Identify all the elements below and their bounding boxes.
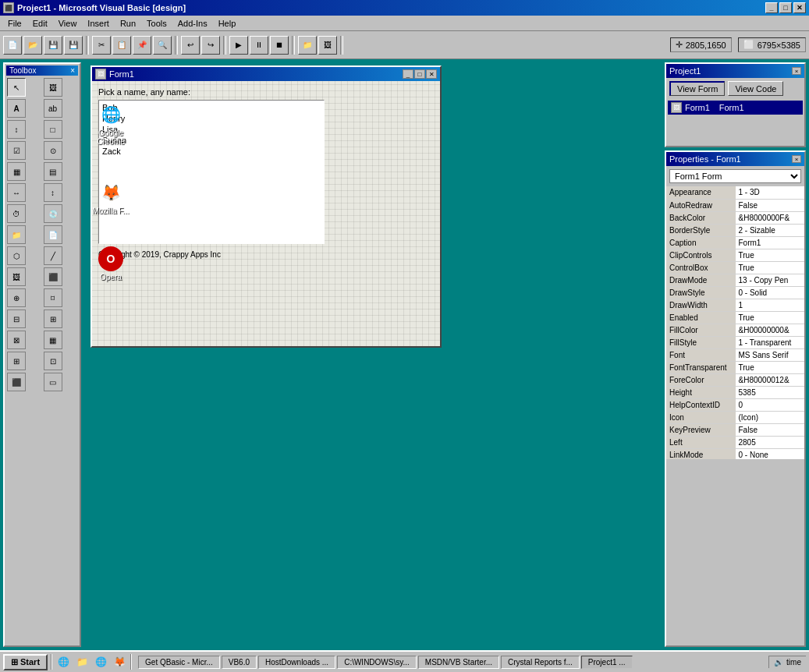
tool-extra2[interactable]: ⊟	[7, 309, 26, 328]
maximize-button[interactable]: □	[779, 2, 792, 13]
taskbar-task[interactable]: Get QBasic - Micr...	[138, 656, 220, 669]
prop-value[interactable]: (Icon)	[736, 411, 805, 423]
prop-value[interactable]: Form1	[736, 236, 805, 249]
start-button[interactable]: ⊞ Start	[3, 654, 48, 670]
property-row[interactable]: FontTransparentTrue	[666, 361, 804, 373]
taskbar-task[interactable]: MSDN/VB Starter...	[418, 656, 499, 669]
view-code-button[interactable]: View Code	[728, 81, 783, 96]
toolbar-run[interactable]: ▶	[229, 36, 248, 55]
tool-checkbox[interactable]: ☑	[7, 141, 26, 160]
property-row[interactable]: BorderStyle2 - Sizable	[666, 224, 804, 236]
tool-file[interactable]: 📄	[44, 225, 62, 244]
tool-pointer[interactable]: ↖	[7, 78, 26, 97]
prop-value[interactable]: &H8000000F&	[736, 211, 805, 224]
toolbar-cut[interactable]: ✂	[92, 36, 111, 55]
property-row[interactable]: Left2805	[666, 436, 804, 448]
menu-tools[interactable]: Tools	[142, 17, 172, 30]
taskbar-task[interactable]: HostDownloads ...	[258, 656, 335, 669]
prop-value[interactable]: MS Sans Serif	[736, 348, 805, 361]
tool-drive[interactable]: 💿	[44, 204, 62, 223]
menu-run[interactable]: Run	[115, 17, 140, 30]
property-row[interactable]: ClipControlsTrue	[666, 249, 804, 261]
property-row[interactable]: AutoRedrawFalse	[666, 199, 804, 211]
property-row[interactable]: ControlBoxTrue	[666, 261, 804, 274]
taskbar-folder-icon[interactable]: 📁	[74, 654, 90, 670]
prop-value[interactable]: 1 - 3D	[736, 186, 805, 199]
vb-form-close[interactable]: ✕	[426, 69, 437, 79]
tool-extra1[interactable]: ⌑	[44, 288, 62, 307]
tool-picture[interactable]: 🖼	[44, 78, 62, 97]
property-row[interactable]: CaptionForm1	[666, 236, 804, 249]
prop-value[interactable]: 2 - Sizable	[736, 224, 805, 236]
tool-option[interactable]: ⊙	[44, 141, 62, 160]
tool-combobox[interactable]: ▦	[7, 162, 26, 181]
menu-insert[interactable]: Insert	[83, 17, 114, 30]
prop-value[interactable]: 13 - Copy Pen	[736, 274, 805, 286]
tool-image[interactable]: 🖼	[7, 267, 26, 286]
property-row[interactable]: ForeColor&H80000012&	[666, 373, 804, 386]
tool-extra6[interactable]: ⊞	[7, 352, 26, 370]
property-row[interactable]: Height5385	[666, 386, 804, 398]
property-row[interactable]: KeyPreviewFalse	[666, 423, 804, 436]
tool-extra8[interactable]: ⬛	[7, 373, 26, 391]
tool-line[interactable]: ╱	[44, 246, 62, 265]
tool-label[interactable]: A	[7, 99, 26, 118]
taskbar-firefox-icon[interactable]: 🦊	[112, 654, 127, 670]
property-row[interactable]: FontMS Sans Serif	[666, 348, 804, 361]
properties-scroll[interactable]: Appearance1 - 3DAutoRedrawFalseBackColor…	[666, 186, 804, 459]
property-row[interactable]: BackColor&H8000000F&	[666, 211, 804, 224]
prop-value[interactable]: True	[736, 311, 805, 324]
toolbar-pause[interactable]: ⏸	[250, 36, 268, 55]
tree-item-form[interactable]: 🖼 Form1 Form1	[668, 101, 803, 115]
toolbar-copy[interactable]: 📋	[112, 36, 131, 55]
taskbar-task[interactable]: C:\WINDOWS\sy...	[337, 656, 417, 669]
toolbar-redo[interactable]: ↪	[201, 36, 220, 55]
vb-form-maximize[interactable]: □	[414, 69, 425, 79]
prop-value[interactable]: &H00000000&	[736, 324, 805, 336]
properties-close[interactable]: ×	[792, 155, 801, 163]
prop-value[interactable]: 1	[736, 299, 805, 311]
taskbar-chrome-icon[interactable]: 🌐	[93, 654, 108, 670]
property-row[interactable]: DrawWidth1	[666, 299, 804, 311]
menu-edit[interactable]: Edit	[28, 17, 52, 30]
desktop-icon-firefox[interactable]: 🦊 Mozilla F...	[87, 180, 134, 215]
property-row[interactable]: Icon(Icon)	[666, 411, 804, 423]
desktop-icon-opera[interactable]: O Opera	[87, 246, 134, 281]
taskbar-task[interactable]: Project1 ...	[581, 656, 633, 669]
property-row[interactable]: FillColor&H00000000&	[666, 324, 804, 336]
prop-value[interactable]: &H80000012&	[736, 373, 805, 386]
property-row[interactable]: HelpContextID0	[666, 398, 804, 411]
menu-file[interactable]: File	[3, 17, 27, 30]
menu-view[interactable]: View	[54, 17, 82, 30]
tool-extra7[interactable]: ⊡	[44, 352, 62, 370]
taskbar-ie-icon[interactable]: 🌐	[55, 654, 71, 670]
toolbar-open[interactable]: 📂	[23, 36, 42, 55]
close-button[interactable]: ✕	[793, 2, 806, 13]
property-row[interactable]: Appearance1 - 3D	[666, 186, 804, 199]
tool-data[interactable]: ⬛	[44, 267, 62, 286]
properties-selector[interactable]: Form1 Form	[669, 169, 801, 183]
prop-value[interactable]: False	[736, 199, 805, 211]
prop-value[interactable]: 1 - Transparent	[736, 336, 805, 348]
prop-value[interactable]: 5385	[736, 386, 805, 398]
property-row[interactable]: LinkMode0 - None	[666, 448, 804, 459]
tool-frame[interactable]: ↕	[7, 120, 26, 139]
tool-shape[interactable]: ⬡	[7, 246, 26, 265]
tool-commandbtn[interactable]: □	[44, 120, 62, 139]
property-row[interactable]: DrawStyle0 - Solid	[666, 286, 804, 299]
toolbox-close[interactable]: ×	[70, 66, 75, 75]
view-form-button[interactable]: View Form	[669, 81, 725, 96]
minimize-button[interactable]: _	[765, 2, 778, 13]
tool-listbox[interactable]: ▤	[44, 162, 62, 181]
toolbar-stop[interactable]: ⏹	[270, 36, 289, 55]
prop-value[interactable]: 0 - Solid	[736, 286, 805, 299]
prop-value[interactable]: 2805	[736, 436, 805, 448]
tool-extra9[interactable]: ▭	[44, 373, 62, 391]
tool-extra5[interactable]: ▦	[44, 331, 62, 349]
property-row[interactable]: EnabledTrue	[666, 311, 804, 324]
tool-vscroll[interactable]: ↕	[44, 183, 62, 202]
vb-form-minimize[interactable]: _	[403, 69, 413, 79]
toolbar-save[interactable]: 💾	[44, 36, 62, 55]
prop-value[interactable]: True	[736, 261, 805, 274]
prop-value[interactable]: 0 - None	[736, 448, 805, 459]
